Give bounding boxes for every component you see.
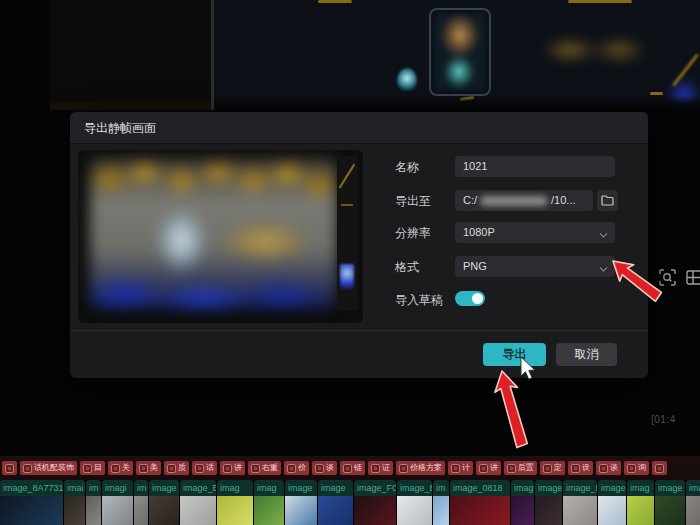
timeline-clip[interactable]: image_E	[180, 480, 216, 525]
import-draft-toggle[interactable]	[455, 291, 485, 306]
clip-thumbnail	[563, 496, 597, 525]
timeline-tag[interactable]	[2, 461, 17, 475]
timeline-tag[interactable]: 谈	[312, 461, 337, 475]
timeline-clip[interactable]: image	[285, 480, 317, 525]
timeline-tag[interactable]: 价	[284, 461, 309, 475]
timeline-clip[interactable]: image	[318, 480, 353, 525]
export-path-field[interactable]: C:/ /10...	[455, 190, 593, 211]
timeline-clip[interactable]: image_B	[397, 480, 432, 525]
timeline-tag[interactable]: 价格方案	[396, 461, 445, 475]
clip-name: image_B	[397, 480, 432, 496]
timeline-clip[interactable]: imagi	[102, 480, 133, 525]
tag-icon	[655, 464, 664, 473]
clip-name: image_FC	[354, 480, 396, 496]
timeline-tag[interactable]: 右重	[248, 461, 281, 475]
timeline-tag[interactable]: 定	[540, 461, 565, 475]
timeline-clip[interactable]: image	[655, 480, 685, 525]
clip-thumbnail	[149, 496, 179, 525]
tag-icon	[627, 464, 636, 473]
timeline-tag[interactable]: 话	[192, 461, 217, 475]
timeline-timecode: [01:4	[651, 414, 676, 425]
timeline-clip[interactable]: image_0818	[450, 480, 510, 525]
timeline-tag[interactable]: 证	[368, 461, 393, 475]
clip-thumbnail	[433, 496, 449, 525]
timeline-tag[interactable]: 质	[164, 461, 189, 475]
clip-thumbnail	[598, 496, 626, 525]
timeline-tag[interactable]: 谈	[596, 461, 621, 475]
chevron-down-icon	[600, 264, 608, 272]
dialog-title: 导出静帧画面	[84, 112, 156, 144]
timeline-tag[interactable]: 美	[136, 461, 161, 475]
timeline-tag[interactable]: 询	[624, 461, 649, 475]
timeline-clip[interactable]: image	[535, 480, 562, 525]
timeline-clip[interactable]: image_E	[563, 480, 597, 525]
clip-thumbnail	[511, 496, 534, 525]
stage-light-streak	[318, 0, 352, 3]
path-prefix: C:/	[463, 190, 477, 211]
timeline-tag[interactable]: 后置	[504, 461, 537, 475]
player-canvas	[214, 0, 700, 110]
clip-name: image	[598, 480, 626, 496]
timeline-tag[interactable]: 链	[340, 461, 365, 475]
clip-thumbnail	[627, 496, 654, 525]
clip-thumbnail	[354, 496, 396, 525]
tag-icon	[479, 464, 488, 473]
format-select[interactable]: PNG	[455, 256, 615, 277]
tag-icon	[139, 464, 148, 473]
browse-folder-button[interactable]	[597, 190, 618, 211]
timeline-clip[interactable]: im	[134, 480, 148, 525]
presenter-silhouette	[397, 68, 417, 94]
timeline-tag[interactable]: 计	[448, 461, 473, 475]
clip-thumbnail	[180, 496, 216, 525]
resolution-select[interactable]: 1080P	[455, 222, 615, 243]
cancel-button[interactable]: 取消	[556, 343, 617, 366]
zoom-fit-icon[interactable]	[659, 269, 676, 290]
clip-name: image	[149, 480, 179, 496]
tag-icon	[399, 464, 408, 473]
tag-icon	[543, 464, 552, 473]
clip-row: image_8A7731imaiimimagiimimageimage_Eima…	[0, 480, 700, 525]
export-button[interactable]: 导出	[483, 343, 546, 366]
timeline-tag[interactable]: 讲	[220, 461, 245, 475]
timeline-clip[interactable]: im	[86, 480, 101, 525]
name-label: 名称	[395, 159, 419, 176]
timeline-tag[interactable]: 讲	[476, 461, 501, 475]
timeline-tag[interactable]: 话机配装饰	[20, 461, 77, 475]
timeline-tag[interactable]: 目	[80, 461, 105, 475]
timeline-clip[interactable]: imag	[254, 480, 284, 525]
dialog-header: 导出静帧画面	[70, 112, 648, 144]
timeline-clip[interactable]: image_8A7731	[0, 480, 63, 525]
import-draft-label: 导入草稿	[395, 292, 443, 309]
clip-name: image	[686, 480, 700, 496]
clip-thumbnail	[655, 496, 685, 525]
timeline-clip[interactable]: image	[686, 480, 700, 525]
clip-name: imai	[64, 480, 85, 496]
tag-icon	[571, 464, 580, 473]
timeline-clip[interactable]: image	[149, 480, 179, 525]
name-input[interactable]: 1021	[455, 156, 615, 177]
tag-icon	[111, 464, 120, 473]
timeline-tag[interactable]: 关	[108, 461, 133, 475]
video-editor-window: [01:4 导出静帧画面 名称 1021 导出至 C:/ /10... 分辨率	[0, 0, 700, 525]
grid-icon[interactable]	[686, 269, 700, 290]
path-suffix: /10...	[551, 190, 575, 211]
clip-thumbnail	[102, 496, 133, 525]
timeline-clip[interactable]: imag	[627, 480, 654, 525]
tag-icon	[599, 464, 608, 473]
timeline-clip[interactable]: im	[433, 480, 449, 525]
timeline-tag[interactable]: 设	[568, 461, 593, 475]
clip-thumbnail	[134, 496, 148, 525]
timeline-clip[interactable]: image	[598, 480, 626, 525]
tag-icon	[371, 464, 380, 473]
timeline-clip[interactable]: image_FC	[354, 480, 396, 525]
clip-name: image	[535, 480, 562, 496]
timeline-clip[interactable]: imai	[64, 480, 85, 525]
timeline-tag[interactable]	[652, 461, 667, 475]
timeline-clip[interactable]: imag	[511, 480, 534, 525]
stage-phone-screen	[429, 8, 491, 96]
frame-preview-edge	[337, 156, 358, 310]
resolution-label: 分辨率	[395, 225, 431, 242]
timeline-clip[interactable]: imag	[217, 480, 253, 525]
export-frame-dialog: 导出静帧画面 名称 1021 导出至 C:/ /10... 分辨率 1080P	[70, 112, 648, 378]
preview-left-gutter	[50, 0, 211, 110]
